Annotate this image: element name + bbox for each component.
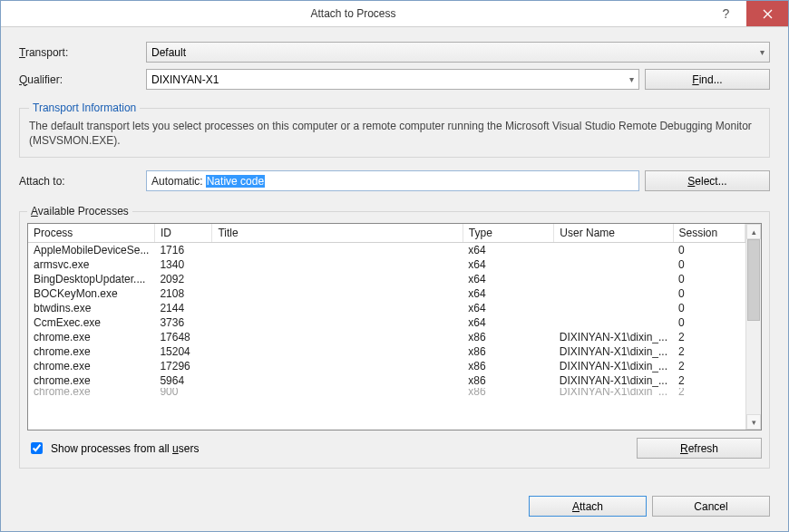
- cell-type: x64: [463, 243, 554, 258]
- transport-info-text: The default transport lets you select pr…: [29, 120, 760, 148]
- col-user[interactable]: User Name: [554, 224, 673, 243]
- cell-title: [212, 388, 463, 395]
- table-row[interactable]: armsvc.exe1340x640: [28, 257, 745, 272]
- cell-type: x86: [463, 388, 554, 395]
- cell-process: armsvc.exe: [28, 257, 154, 272]
- cell-id: 1340: [154, 257, 212, 272]
- cell-user: DIXINYAN-X1\dixin_...: [554, 344, 673, 359]
- attach-button[interactable]: Attach: [529, 496, 647, 517]
- table-row[interactable]: BOCKeyMon.exe2108x640: [28, 286, 745, 301]
- cell-title: [212, 286, 463, 301]
- cell-user: [554, 257, 673, 272]
- cell-type: x86: [463, 373, 554, 388]
- cell-type: x64: [463, 272, 554, 286]
- scroll-up-icon[interactable]: ▴: [746, 224, 761, 239]
- qualifier-combobox[interactable]: DIXINYAN-X1 ▾: [146, 69, 639, 90]
- table-header-row[interactable]: Process ID Title Type User Name Session: [28, 224, 745, 243]
- show-all-users-label: Show processes from all users: [51, 442, 199, 455]
- cell-user: [554, 301, 673, 315]
- table-row[interactable]: chrome.exe5964x86DIXINYAN-X1\dixin_...2: [28, 373, 745, 388]
- dialog-footer: Attach Cancel: [1, 487, 788, 531]
- cell-user: [554, 286, 673, 301]
- refresh-button[interactable]: Refresh: [637, 438, 762, 459]
- transport-value: Default: [151, 46, 760, 59]
- available-processes-legend: Available Processes: [27, 205, 132, 218]
- chevron-down-icon: ▾: [760, 47, 765, 57]
- table-row[interactable]: CcmExec.exe3736x640: [28, 315, 745, 330]
- close-icon[interactable]: [746, 1, 788, 26]
- qualifier-value: DIXINYAN-X1: [151, 73, 629, 86]
- scroll-down-icon[interactable]: ▾: [746, 414, 761, 430]
- cell-id: 1716: [154, 243, 212, 258]
- cell-process: chrome.exe: [28, 359, 154, 373]
- col-id[interactable]: ID: [154, 224, 212, 243]
- cell-user: [554, 272, 673, 286]
- cell-title: [212, 315, 463, 330]
- table-row[interactable]: chrome.exe15204x86DIXINYAN-X1\dixin_...2: [28, 344, 745, 359]
- show-all-users-input[interactable]: [31, 442, 43, 454]
- cell-title: [212, 373, 463, 388]
- cell-id: 15204: [154, 344, 212, 359]
- cell-session: 0: [673, 272, 745, 286]
- cell-id: 2092: [154, 272, 212, 286]
- process-table-container: Process ID Title Type User Name Session …: [27, 223, 762, 430]
- cell-session: 0: [673, 286, 745, 301]
- col-process[interactable]: Process: [28, 224, 154, 243]
- table-row[interactable]: chrome.exe17648x86DIXINYAN-X1\dixin_...2: [28, 330, 745, 344]
- table-row[interactable]: chrome.exe17296x86DIXINYAN-X1\dixin_...2: [28, 359, 745, 373]
- cell-type: x64: [463, 286, 554, 301]
- cell-type: x86: [463, 344, 554, 359]
- transport-combobox[interactable]: Default ▾: [146, 42, 770, 63]
- find-button[interactable]: Find...: [645, 69, 770, 90]
- cell-user: [554, 315, 673, 330]
- cell-process: CcmExec.exe: [28, 315, 154, 330]
- titlebar[interactable]: Attach to Process ?: [1, 1, 788, 27]
- help-icon[interactable]: ?: [706, 1, 746, 26]
- table-row[interactable]: btwdins.exe2144x640: [28, 301, 745, 315]
- process-table[interactable]: Process ID Title Type User Name Session …: [28, 224, 745, 395]
- cell-process: BingDesktopUpdater....: [28, 272, 154, 286]
- chevron-down-icon: ▾: [629, 74, 634, 84]
- cell-process: chrome.exe: [28, 344, 154, 359]
- cell-user: DIXINYAN-X1\dixin_...: [554, 373, 673, 388]
- vertical-scrollbar[interactable]: ▴ ▾: [745, 224, 761, 430]
- window-controls: ?: [706, 1, 788, 26]
- attach-to-field[interactable]: Automatic: Native code: [146, 170, 639, 191]
- cell-process: btwdins.exe: [28, 301, 154, 315]
- available-processes-group: Available Processes Process ID Title Typ…: [19, 205, 770, 469]
- show-all-users-checkbox[interactable]: Show processes from all users: [27, 440, 199, 457]
- cell-session: 0: [673, 315, 745, 330]
- cell-id: 900: [154, 388, 212, 395]
- cell-session: 2: [673, 344, 745, 359]
- table-row[interactable]: AppleMobileDeviceSe...1716x640: [28, 243, 745, 258]
- cell-session: 2: [673, 388, 745, 395]
- cell-process: chrome.exe: [28, 388, 154, 395]
- table-row[interactable]: chrome.exe900x86DIXINYAN-X1\dixin_...2: [28, 388, 745, 395]
- transport-info-group: Transport Information The default transp…: [19, 102, 770, 158]
- cell-process: BOCKeyMon.exe: [28, 286, 154, 301]
- attach-to-process-dialog: Attach to Process ? Transport: Default ▾…: [0, 0, 789, 532]
- cell-process: AppleMobileDeviceSe...: [28, 243, 154, 258]
- cancel-button[interactable]: Cancel: [652, 496, 770, 517]
- col-session[interactable]: Session: [673, 224, 745, 243]
- table-row[interactable]: BingDesktopUpdater....2092x640: [28, 272, 745, 286]
- cell-user: DIXINYAN-X1\dixin_...: [554, 359, 673, 373]
- qualifier-label: Qualifier:: [19, 73, 146, 86]
- transport-info-legend: Transport Information: [29, 102, 140, 114]
- attach-to-selection: Native code: [206, 175, 265, 188]
- scroll-thumb[interactable]: [747, 239, 760, 321]
- col-title[interactable]: Title: [212, 224, 463, 243]
- cell-session: 0: [673, 257, 745, 272]
- col-type[interactable]: Type: [463, 224, 554, 243]
- cell-type: x64: [463, 315, 554, 330]
- transport-label: Transport:: [19, 46, 146, 59]
- cell-type: x86: [463, 359, 554, 373]
- cell-type: x86: [463, 330, 554, 344]
- cell-title: [212, 301, 463, 315]
- cell-session: 2: [673, 359, 745, 373]
- cell-user: [554, 243, 673, 258]
- select-button[interactable]: Select...: [645, 170, 770, 191]
- cell-session: 2: [673, 373, 745, 388]
- scroll-track[interactable]: [746, 239, 761, 414]
- cell-id: 5964: [154, 373, 212, 388]
